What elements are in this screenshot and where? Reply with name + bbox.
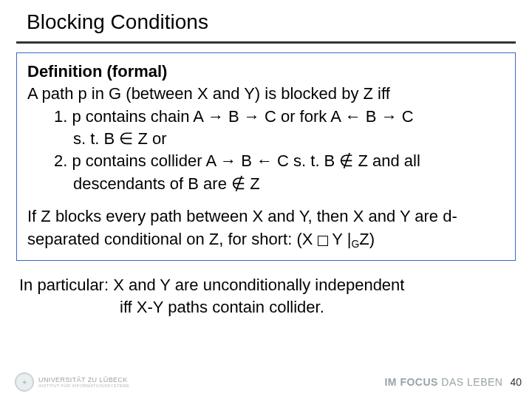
university-logo: ✦ UNIVERSITÄT ZU LÜBECK INSTITUT FÜR INF… (15, 372, 129, 392)
definition-intro: A path p in G (between X and Y) is block… (27, 83, 505, 105)
slogan: IM FOCUS DAS LEBEN (384, 376, 502, 388)
definition-header: Definition (formal) (27, 61, 505, 83)
university-text: UNIVERSITÄT ZU LÜBECK INSTITUT FÜR INFOR… (38, 377, 129, 388)
slogan-strong: IM FOCUS (384, 376, 437, 388)
seal-icon: ✦ (15, 372, 34, 392)
definition-box: Definition (formal) A path p in G (betwe… (16, 52, 516, 261)
definition-item-2-line-2: descendants of B are ∉ Z (27, 173, 505, 195)
definition-item-1-line-1: 1. p contains chain A → B → C or fork A … (27, 106, 505, 128)
slogan-rest: DAS LEBEN (438, 376, 502, 388)
dsep-subscript-g: G (351, 238, 359, 250)
definition-item-1-line-2: s. t. B ∈ Z or (27, 128, 505, 150)
remark-line-1: In particular: X and Y are unconditional… (19, 274, 513, 296)
title-divider (16, 41, 516, 44)
slide: Blocking Conditions Definition (formal) … (0, 0, 532, 399)
page-number: 40 (510, 376, 522, 388)
footer-right: IM FOCUS DAS LEBEN 40 (384, 376, 522, 388)
independence-symbol-icon (318, 236, 328, 246)
definition-item-2-line-1: 2. p contains collider A → B ← C s. t. B… (27, 150, 505, 172)
remark-line-2: iff X-Y paths contain collider. (19, 296, 513, 318)
slide-title: Blocking Conditions (0, 0, 532, 41)
institute-name: INSTITUT FÜR INFORMATIONSSYSTEME (38, 383, 129, 388)
remark-text: In particular: X and Y are unconditional… (19, 274, 513, 319)
d-separation-statement: If Z blocks every path between X and Y, … (27, 205, 505, 251)
university-name: UNIVERSITÄT ZU LÜBECK (38, 377, 129, 383)
dsep-text-pre: If Z blocks every path between X and Y, … (27, 207, 457, 248)
dsep-text-mid: Y | (332, 230, 351, 248)
dsep-text-post: Z) (359, 230, 375, 248)
slide-footer: ✦ UNIVERSITÄT ZU LÜBECK INSTITUT FÜR INF… (0, 372, 532, 392)
